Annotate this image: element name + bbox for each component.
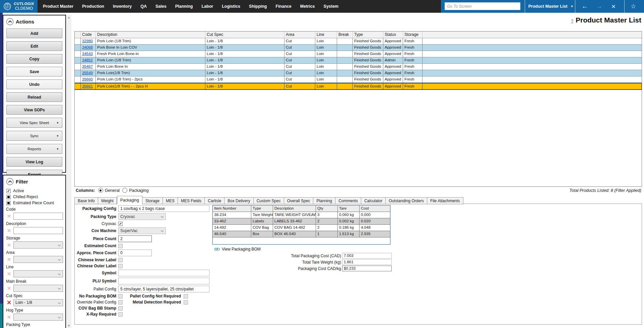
- checkbox-pallet-config-not-required[interactable]: [184, 294, 188, 298]
- action-reload-button[interactable]: Reload: [6, 92, 62, 102]
- checkbox-active[interactable]: [6, 189, 11, 193]
- radio-packaging[interactable]: [122, 188, 127, 193]
- menu-item-labor[interactable]: Labor: [201, 4, 213, 9]
- product-code-link[interactable]: 35660: [82, 77, 93, 81]
- menu-item-planning[interactable]: Planning: [175, 4, 193, 9]
- bom-header-cost[interactable]: Cost: [360, 206, 388, 212]
- product-code-link[interactable]: 35661: [82, 84, 93, 88]
- row-selector-cell[interactable]: [75, 70, 81, 76]
- filter-select-main-break[interactable]: [13, 285, 63, 292]
- input-piece-count[interactable]: 2: [118, 235, 152, 242]
- tab-mes-fields[interactable]: MES Fields: [178, 197, 205, 204]
- filter-input-code[interactable]: [13, 213, 63, 220]
- bom-row-46-540[interactable]: 46-540BoxBOX 46-54011.613 kg2.935: [213, 231, 390, 237]
- tab-packaging[interactable]: Packaging: [117, 196, 142, 204]
- bom-header-item-number[interactable]: Item Number: [213, 206, 251, 212]
- row-selector-cell[interactable]: [75, 64, 81, 70]
- product-row-32980[interactable]: 32980Pork Loin (1/8 Trim)Loin - 1/8CutLo…: [75, 38, 642, 45]
- total-value-total-tare-weight-kg[interactable]: 1.861: [342, 259, 392, 265]
- action-view-log-button[interactable]: View Log: [6, 157, 62, 167]
- product-code-link[interactable]: 35467: [82, 64, 93, 68]
- row-selector-cell[interactable]: [75, 84, 81, 89]
- help-link[interactable]: ?: [571, 19, 573, 23]
- tab-base-info[interactable]: Base Info: [74, 197, 98, 204]
- bom-row-33-462[interactable]: 33-462LabelsLABELS 33-46220.002 kg0.020: [213, 218, 390, 225]
- checkbox-chinese-inner-label[interactable]: [118, 258, 123, 262]
- bom-row-14-492[interactable]: 14-492COV BagCOV BAG 14-49220.186 kg4.04…: [213, 225, 390, 231]
- tab-storage[interactable]: Storage: [142, 197, 163, 204]
- menu-item-metrics[interactable]: Metrics: [300, 4, 315, 9]
- input-approx-piece-count[interactable]: 0: [118, 250, 152, 256]
- filter-input-description[interactable]: [13, 227, 63, 234]
- back-button[interactable]: ←: [579, 0, 590, 13]
- close-screen-button[interactable]: ×: [608, 0, 619, 13]
- tab-file-attachments[interactable]: File Attachments: [427, 197, 463, 204]
- tab-overall-spec[interactable]: Overall Spec: [284, 197, 314, 204]
- tab-mes[interactable]: MES: [163, 197, 178, 204]
- product-code-link[interactable]: 34543: [82, 52, 93, 56]
- product-row-35467[interactable]: 35467Pork Loin Bone InLoin - 1/8CutLoinF…: [75, 64, 642, 70]
- product-row-34543[interactable]: 34543Fresh Pork Loin Bone-inLoin - 1/8Cu…: [75, 51, 642, 57]
- view-packaging-bom-link[interactable]: View Packaging BOM: [214, 247, 261, 252]
- clear-filter-icon[interactable]: ✕: [6, 271, 12, 276]
- tab-weight[interactable]: Weight: [98, 197, 117, 204]
- checkbox-estimated-count[interactable]: [118, 244, 123, 248]
- grid-header-type[interactable]: Type: [353, 32, 383, 38]
- favorite-star-button[interactable]: ☆: [628, 0, 639, 13]
- product-row-34852[interactable]: 34852Pork Loin (1/8 Trim)Loin - 1/8CutLo…: [75, 57, 642, 64]
- action-save-button[interactable]: Save: [6, 67, 62, 76]
- input-plu-symbol[interactable]: [118, 278, 209, 284]
- clear-filter-icon[interactable]: ✕: [6, 242, 12, 248]
- menu-item-system[interactable]: System: [324, 4, 338, 9]
- menu-item-production[interactable]: Production: [82, 4, 104, 9]
- tab-planning[interactable]: Planning: [313, 197, 335, 204]
- product-code-link[interactable]: 34068: [82, 45, 93, 49]
- bom-header-description[interactable]: Description: [273, 206, 316, 212]
- grid-header-line[interactable]: Line: [315, 32, 337, 38]
- checkbox-cryovac[interactable]: [118, 222, 123, 226]
- scroll-up-arrow[interactable]: ▲: [66, 15, 71, 20]
- filter-select-cut-spec[interactable]: Loin - 1/8: [13, 299, 63, 306]
- clear-filter-icon[interactable]: ✕: [6, 315, 12, 320]
- bom-row-38-234[interactable]: 38-234Tare WeightTARE WEIGHT GIVEAWAY30.…: [213, 212, 390, 218]
- action-view-spec-sheet-button[interactable]: View Spec Sheet▼: [6, 118, 62, 128]
- tab-outstanding-orders[interactable]: Outstanding Orders: [386, 197, 427, 204]
- clear-filter-icon[interactable]: ✕: [6, 228, 12, 233]
- tab-comments[interactable]: Comments: [335, 197, 361, 204]
- checkbox-x-ray-required[interactable]: [118, 312, 123, 317]
- scroll-down-arrow[interactable]: ▼: [66, 323, 71, 328]
- menu-item-inventory[interactable]: Inventory: [113, 4, 132, 9]
- action-sync-button[interactable]: Sync▼: [6, 131, 62, 141]
- product-row-35661[interactable]: 35661Pork Loin(1/8 Trim) - - 2pcs HLoin …: [75, 83, 642, 90]
- grid-header-status[interactable]: Status: [383, 32, 403, 38]
- row-selector-cell[interactable]: [75, 76, 81, 83]
- total-value-total-packaging-cost-cad[interactable]: 7.003: [342, 253, 392, 259]
- action-copy-button[interactable]: Copy: [6, 54, 62, 64]
- grid-header-cut-spec[interactable]: Cut Spec: [205, 32, 284, 38]
- grid-header-code[interactable]: Code: [81, 32, 96, 38]
- menu-item-finance[interactable]: Finance: [276, 4, 292, 9]
- clear-filter-icon[interactable]: ✕: [6, 214, 12, 219]
- bom-header-tare[interactable]: Tare: [338, 206, 360, 212]
- tab-calculator[interactable]: Calculator: [361, 197, 386, 204]
- tab-box-delivery[interactable]: Box Delivery: [224, 197, 253, 204]
- checkbox-chinese-outer-label[interactable]: [118, 264, 123, 268]
- action-view-sops-button[interactable]: View SOPs: [6, 105, 62, 115]
- filter-select-area[interactable]: [13, 256, 63, 263]
- filter-select-line[interactable]: [13, 270, 63, 277]
- sidebar-scrollbar[interactable]: ▲ ▼: [66, 15, 71, 328]
- clear-filter-icon[interactable]: ✕: [6, 300, 12, 306]
- checkbox-override-pallet-config[interactable]: [118, 300, 123, 305]
- menu-item-product-master[interactable]: Product Master: [43, 4, 73, 9]
- collapse-panel-button[interactable]: [6, 18, 13, 25]
- action-add-button[interactable]: Add: [6, 29, 62, 38]
- menu-item-shipping[interactable]: Shipping: [249, 4, 267, 9]
- grid-header-break[interactable]: Break: [337, 32, 353, 38]
- menu-item-logistics[interactable]: Logistics: [222, 4, 240, 9]
- product-row-35660[interactable]: 35660Pork Loin (1/8 Trim) - 2pcsLoin - 1…: [75, 76, 642, 83]
- grid-header-storage[interactable]: Storage: [403, 32, 423, 38]
- row-selector-cell[interactable]: [75, 51, 81, 57]
- product-row-34068[interactable]: 34068Pork Bone In Loin COVLoin - 1/8CutL…: [75, 45, 642, 51]
- input-pallet-config[interactable]: 5 ctns/layer, 5 layers/pallet, 25 ctns/p…: [118, 286, 209, 292]
- radio-general[interactable]: [98, 188, 103, 193]
